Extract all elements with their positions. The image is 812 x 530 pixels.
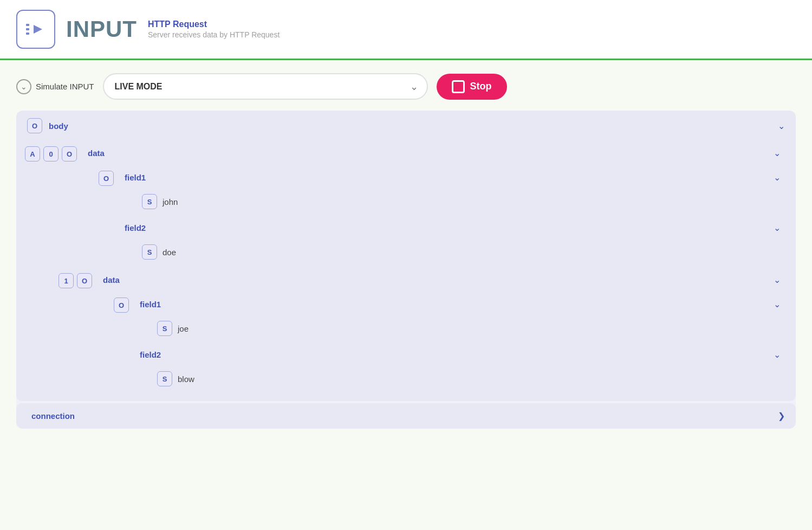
- field2-header-0[interactable]: field2 ⌄: [118, 217, 787, 238]
- data-chevron-1: ⌄: [774, 275, 781, 285]
- field1-container-1: O field1 ⌄ S joe: [114, 292, 787, 342]
- object-badge-1: O: [77, 273, 92, 288]
- svg-rect-2: [26, 33, 29, 35]
- simulate-chevron-icon: ⌄: [16, 79, 31, 94]
- array-item-1: 1 O data ⌄ O: [25, 268, 787, 392]
- field2-children-1: S blow: [133, 367, 787, 391]
- doe-row: S doe: [135, 240, 787, 264]
- doe-value: doe: [163, 248, 176, 257]
- blow-value: blow: [178, 374, 194, 384]
- page-header: INPUT HTTP Request Server receives data …: [0, 0, 812, 60]
- array-item-0: A 0 O data ⌄ O: [25, 141, 787, 266]
- john-s-badge: S: [142, 194, 157, 209]
- body-section: O body ⌄ A 0 O data ⌄: [16, 111, 796, 401]
- header-subtitle-group: HTTP Request Server receives data by HTT…: [148, 20, 280, 39]
- header-description: Server receives data by HTTP Request: [148, 30, 280, 39]
- svg-rect-0: [26, 24, 29, 26]
- field1-o-badge-1: O: [114, 298, 129, 313]
- john-row: S john: [135, 190, 787, 214]
- field1-header-1[interactable]: field1 ⌄: [133, 294, 787, 315]
- john-value: john: [163, 197, 178, 206]
- data-label-1: data: [103, 275, 769, 285]
- array-badges-1: 1 O: [25, 268, 92, 288]
- field1-inner-0: field1 ⌄ S john: [118, 165, 787, 215]
- stop-label: Stop: [470, 81, 492, 92]
- field1-o-badge-0: O: [99, 171, 114, 186]
- field1-label-0: field1: [125, 173, 769, 182]
- toolbar: ⌄ Simulate INPUT LIVE MODE TEST MODE DEB…: [16, 73, 796, 100]
- svg-rect-1: [26, 28, 29, 30]
- field1-inner-1: field1 ⌄ S joe: [133, 292, 787, 342]
- body-type-badge: O: [27, 118, 42, 133]
- field1-chevron-1: ⌄: [774, 299, 781, 309]
- stop-icon: [452, 80, 465, 93]
- simulate-button[interactable]: ⌄ Simulate INPUT: [16, 79, 94, 94]
- blow-s-badge: S: [157, 371, 172, 386]
- array-badge-0: A: [25, 146, 40, 161]
- joe-value: joe: [178, 324, 189, 333]
- item-1-content: data ⌄ O field1 ⌄: [96, 268, 787, 392]
- data-tree: O body ⌄ A 0 O data ⌄: [16, 111, 796, 429]
- connection-header[interactable]: connection ❯: [16, 403, 796, 429]
- data-label-0: data: [88, 148, 769, 158]
- field2-chevron-0: ⌄: [774, 223, 781, 233]
- joe-s-badge: S: [157, 321, 172, 336]
- field2-children-0: S doe: [118, 240, 787, 264]
- body-label: body: [49, 121, 68, 131]
- header-link[interactable]: HTTP Request: [148, 20, 280, 29]
- data-children-1: O field1 ⌄ S joe: [96, 292, 787, 391]
- field2-label-0: field2: [125, 223, 769, 232]
- data-row-1[interactable]: data ⌄: [96, 269, 787, 290]
- body-chevron-icon: ⌄: [778, 121, 785, 131]
- field1-label-1: field1: [140, 300, 769, 309]
- field2-label-1: field2: [140, 350, 769, 359]
- data-chevron-0: ⌄: [774, 148, 781, 158]
- blow-row: S blow: [151, 367, 787, 391]
- simulate-label: Simulate INPUT: [36, 82, 94, 91]
- field2-container-1: field2 ⌄ S blow: [133, 344, 787, 391]
- field2-header-1[interactable]: field2 ⌄: [133, 344, 787, 365]
- connection-chevron-icon: ❯: [778, 411, 785, 421]
- body-section-header[interactable]: O body ⌄: [16, 111, 796, 141]
- mode-select-wrapper: LIVE MODE TEST MODE DEBUG MODE ⌄: [103, 73, 428, 100]
- data-row-0[interactable]: data ⌄: [81, 143, 787, 164]
- mode-select[interactable]: LIVE MODE TEST MODE DEBUG MODE: [103, 73, 428, 100]
- connection-section: connection ❯: [16, 403, 796, 429]
- doe-s-badge: S: [142, 244, 157, 260]
- field2-container-0: field2 ⌄ S doe: [118, 217, 787, 264]
- item-0-content: data ⌄ O field1 ⌄: [81, 141, 787, 266]
- joe-row: S joe: [151, 316, 787, 340]
- field1-children-0: S john: [118, 190, 787, 214]
- field1-children-1: S joe: [133, 316, 787, 340]
- object-badge-0: O: [62, 146, 77, 161]
- header-icon: [16, 10, 55, 49]
- data-children-0: O field1 ⌄ S john: [81, 165, 787, 264]
- field1-container-0: O field1 ⌄ S john: [99, 165, 787, 215]
- main-content: ⌄ Simulate INPUT LIVE MODE TEST MODE DEB…: [0, 60, 812, 442]
- index-badge-0: 0: [43, 146, 59, 161]
- array-badges-0: A 0 O: [25, 141, 77, 161]
- index-badge-1: 1: [59, 273, 74, 288]
- stop-button[interactable]: Stop: [437, 74, 507, 100]
- field1-header-0[interactable]: field1 ⌄: [118, 167, 787, 188]
- body-children: A 0 O data ⌄ O: [16, 141, 796, 401]
- header-title: INPUT: [66, 16, 137, 42]
- field1-chevron-0: ⌄: [774, 172, 781, 183]
- svg-marker-3: [34, 25, 42, 34]
- connection-label: connection: [31, 411, 778, 421]
- field2-chevron-1: ⌄: [774, 350, 781, 360]
